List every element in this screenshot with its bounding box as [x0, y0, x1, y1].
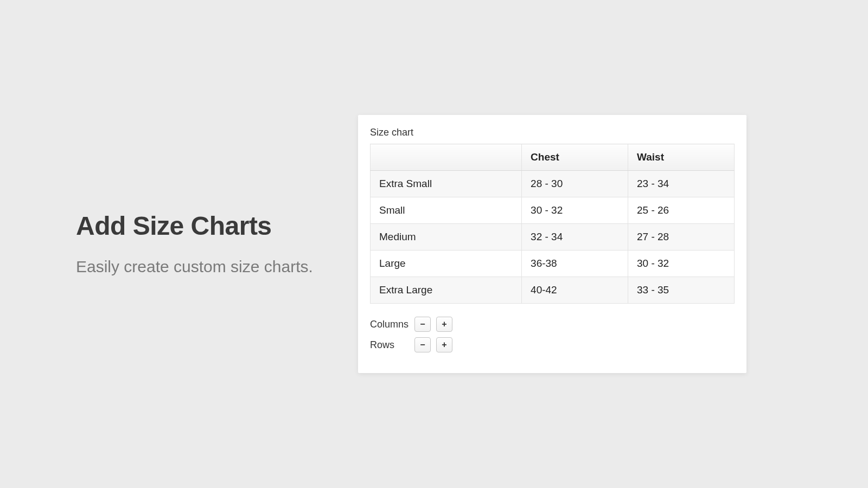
left-panel: Add Size Charts Easily create custom siz…: [76, 211, 320, 277]
table-cell[interactable]: Large: [371, 251, 522, 277]
table-cell[interactable]: 30 - 32: [522, 197, 628, 224]
columns-control-row: Columns − +: [370, 317, 735, 332]
table-cell[interactable]: 33 - 35: [628, 277, 735, 304]
size-chart-card: Size chart Chest Waist Extra Small 28 - …: [358, 115, 746, 373]
table-cell[interactable]: Small: [371, 197, 522, 224]
table-cell[interactable]: Medium: [371, 224, 522, 251]
size-chart-table: Chest Waist Extra Small 28 - 30 23 - 34 …: [370, 144, 735, 304]
rows-label: Rows: [370, 339, 414, 351]
card-title: Size chart: [370, 127, 735, 138]
minus-icon: −: [420, 319, 425, 329]
table-header-row: Chest Waist: [371, 144, 735, 171]
table-row: Medium 32 - 34 27 - 28: [371, 224, 735, 251]
columns-label: Columns: [370, 319, 414, 330]
table-cell[interactable]: 36-38: [522, 251, 628, 277]
table-cell[interactable]: Extra Small: [371, 171, 522, 197]
add-column-button[interactable]: +: [436, 317, 452, 332]
table-cell[interactable]: 27 - 28: [628, 224, 735, 251]
table-cell[interactable]: 28 - 30: [522, 171, 628, 197]
table-cell[interactable]: 23 - 34: [628, 171, 735, 197]
plus-icon: +: [442, 319, 446, 329]
table-cell[interactable]: 40-42: [522, 277, 628, 304]
page-title: Add Size Charts: [76, 211, 320, 241]
table-controls: Columns − + Rows − +: [370, 317, 735, 352]
table-row: Small 30 - 32 25 - 26: [371, 197, 735, 224]
table-row: Extra Small 28 - 30 23 - 34: [371, 171, 735, 197]
table-row: Large 36-38 30 - 32: [371, 251, 735, 277]
table-cell[interactable]: 30 - 32: [628, 251, 735, 277]
table-header[interactable]: [371, 144, 522, 171]
table-cell[interactable]: 32 - 34: [522, 224, 628, 251]
main-container: Add Size Charts Easily create custom siz…: [0, 115, 868, 373]
table-header[interactable]: Waist: [628, 144, 735, 171]
table-row: Extra Large 40-42 33 - 35: [371, 277, 735, 304]
table-cell[interactable]: Extra Large: [371, 277, 522, 304]
remove-row-button[interactable]: −: [414, 337, 431, 352]
table-header[interactable]: Chest: [522, 144, 628, 171]
minus-icon: −: [420, 340, 425, 350]
remove-column-button[interactable]: −: [414, 317, 431, 332]
plus-icon: +: [442, 340, 446, 350]
table-cell[interactable]: 25 - 26: [628, 197, 735, 224]
page-subtitle: Easily create custom size charts.: [76, 256, 320, 277]
rows-control-row: Rows − +: [370, 337, 735, 352]
add-row-button[interactable]: +: [436, 337, 452, 352]
